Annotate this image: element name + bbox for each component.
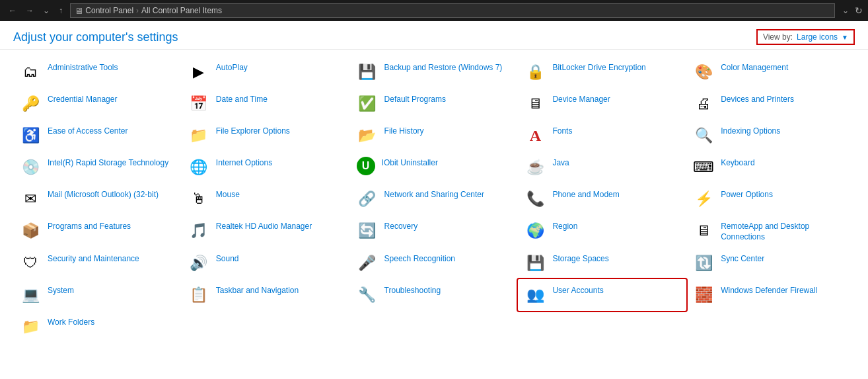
icon-administrative-tools: 🗂 — [20, 62, 41, 83]
view-by-value[interactable]: Large icons — [797, 32, 838, 42]
icon-keyboard: ⌨ — [693, 157, 714, 178]
item-security-maintenance[interactable]: 🛡Security and Maintenance — [13, 247, 182, 279]
label-windows-defender: Windows Defender Firewall — [721, 286, 817, 296]
item-devices-printers[interactable]: 🖨Devices and Printers — [686, 88, 855, 120]
item-credential-manager[interactable]: 🔑Credential Manager — [13, 88, 182, 120]
dropdown-history[interactable]: ⌄ — [839, 5, 852, 17]
icon-intel-rapid-storage: 💿 — [20, 157, 41, 178]
item-administrative-tools[interactable]: 🗂Administrative Tools — [13, 56, 182, 88]
item-intel-rapid-storage[interactable]: 💿Intel(R) Rapid Storage Technology — [13, 151, 182, 183]
refresh-button[interactable]: ↻ — [855, 5, 863, 16]
label-programs-features: Programs and Features — [48, 222, 131, 232]
icon-work-folders: 📁 — [20, 316, 41, 337]
item-storage-spaces[interactable]: 💾Storage Spaces — [518, 247, 686, 279]
view-by-arrow[interactable]: ▼ — [842, 34, 848, 41]
label-storage-spaces: Storage Spaces — [552, 254, 608, 265]
item-region[interactable]: 🌍Region — [518, 215, 686, 247]
back-button[interactable]: ← — [5, 5, 20, 17]
item-file-history[interactable]: 📂File History — [350, 120, 519, 151]
item-internet-options[interactable]: 🌐Internet Options — [182, 151, 350, 183]
label-autoplay: AutoPlay — [216, 63, 248, 73]
item-speech-recognition[interactable]: 🎤Speech Recognition — [350, 247, 519, 279]
up-button[interactable]: ↑ — [55, 5, 66, 17]
label-security-maintenance: Security and Maintenance — [48, 254, 139, 265]
item-keyboard[interactable]: ⌨Keyboard — [686, 151, 855, 183]
item-phone-modem[interactable]: 📞Phone and Modem — [518, 183, 686, 215]
dropdown-button[interactable]: ⌄ — [40, 5, 53, 17]
icon-windows-defender: 🧱 — [693, 284, 714, 306]
item-backup-restore[interactable]: 💾Backup and Restore (Windows 7) — [350, 56, 519, 88]
label-sync-center: Sync Center — [721, 254, 764, 265]
item-mouse[interactable]: 🖱Mouse — [182, 183, 350, 215]
item-realtek-audio[interactable]: 🎵Realtek HD Audio Manager — [182, 215, 350, 247]
item-taskbar-navigation[interactable]: 📋Taskbar and Navigation — [182, 279, 350, 311]
item-work-folders[interactable]: 📁Work Folders — [13, 311, 182, 343]
icon-default-programs: ✅ — [357, 93, 378, 114]
forward-button[interactable]: → — [22, 5, 37, 17]
breadcrumb-all-items: All Control Panel Items — [141, 6, 222, 15]
label-java: Java — [552, 158, 569, 169]
item-bitlocker[interactable]: 🔒BitLocker Drive Encryption — [518, 56, 686, 88]
icon-realtek-audio: 🎵 — [188, 220, 209, 241]
item-device-manager[interactable]: 🖥Device Manager — [518, 88, 686, 120]
icon-file-explorer-options: 📁 — [188, 125, 209, 146]
address-icon: 🖥 — [75, 6, 83, 16]
item-troubleshooting[interactable]: 🔧Troubleshooting — [350, 279, 519, 311]
item-iobit-uninstaller[interactable]: UIObit Uninstaller — [350, 151, 519, 183]
label-intel-rapid-storage: Intel(R) Rapid Storage Technology — [48, 158, 168, 169]
items-grid: 🗂Administrative Tools▶AutoPlay💾Backup an… — [0, 50, 868, 349]
item-default-programs[interactable]: ✅Default Programs — [350, 88, 519, 120]
label-troubleshooting: Troubleshooting — [384, 286, 441, 296]
icon-region: 🌍 — [524, 220, 546, 241]
icon-date-time: 📅 — [188, 93, 209, 114]
label-mouse: Mouse — [216, 190, 240, 200]
item-sync-center[interactable]: 🔃Sync Center — [686, 247, 855, 279]
page-title: Adjust your computer's settings — [13, 30, 178, 44]
item-recovery[interactable]: 🔄Recovery — [350, 215, 519, 247]
icon-color-management: 🎨 — [693, 62, 714, 83]
item-system[interactable]: 💻System — [13, 279, 182, 311]
address-bar[interactable]: 🖥 Control Panel › All Control Panel Item… — [70, 3, 835, 18]
item-java[interactable]: ☕Java — [518, 151, 686, 183]
item-remoteapp[interactable]: 🖥RemoteApp and Desktop Connections — [686, 215, 855, 247]
nav-buttons: ← → ⌄ ↑ — [5, 5, 66, 17]
item-file-explorer-options[interactable]: 📁File Explorer Options — [182, 120, 350, 151]
icon-system: 💻 — [20, 284, 41, 306]
label-internet-options: Internet Options — [216, 158, 272, 169]
icon-power-options: ⚡ — [693, 189, 714, 210]
item-ease-of-access[interactable]: ♿Ease of Access Center — [13, 120, 182, 151]
label-credential-manager: Credential Manager — [48, 95, 117, 105]
item-date-time[interactable]: 📅Date and Time — [182, 88, 350, 120]
item-fonts[interactable]: AFonts — [518, 120, 686, 151]
item-programs-features[interactable]: 📦Programs and Features — [13, 215, 182, 247]
label-power-options: Power Options — [721, 190, 773, 200]
icon-fonts: A — [524, 125, 546, 146]
page-header: Adjust your computer's settings View by:… — [0, 21, 868, 50]
item-sound[interactable]: 🔊Sound — [182, 247, 350, 279]
icon-network-sharing: 🔗 — [357, 189, 378, 210]
view-by-label: View by: — [763, 32, 793, 42]
title-bar: ← → ⌄ ↑ 🖥 Control Panel › All Control Pa… — [0, 0, 868, 21]
item-color-management[interactable]: 🎨Color Management — [686, 56, 855, 88]
icon-recovery: 🔄 — [357, 220, 378, 241]
label-administrative-tools: Administrative Tools — [48, 63, 118, 73]
label-user-accounts: User Accounts — [552, 286, 603, 296]
item-power-options[interactable]: ⚡Power Options — [686, 183, 855, 215]
icon-mouse: 🖱 — [188, 189, 209, 210]
item-indexing-options[interactable]: 🔍Indexing Options — [686, 120, 855, 151]
icon-device-manager: 🖥 — [524, 93, 546, 114]
label-fonts: Fonts — [552, 126, 572, 137]
item-autoplay[interactable]: ▶AutoPlay — [182, 56, 350, 88]
item-windows-defender[interactable]: 🧱Windows Defender Firewall — [686, 279, 855, 311]
item-mail[interactable]: ✉Mail (Microsoft Outlook) (32-bit) — [13, 183, 182, 215]
icon-troubleshooting: 🔧 — [357, 284, 378, 306]
label-color-management: Color Management — [721, 63, 788, 73]
icon-indexing-options: 🔍 — [693, 125, 714, 146]
label-indexing-options: Indexing Options — [721, 126, 780, 137]
item-network-sharing[interactable]: 🔗Network and Sharing Center — [350, 183, 519, 215]
view-by-control[interactable]: View by: Large icons ▼ — [756, 29, 855, 45]
label-region: Region — [552, 222, 577, 232]
item-user-accounts[interactable]: 👥User Accounts — [518, 279, 686, 311]
label-recovery: Recovery — [384, 222, 418, 232]
icon-iobit-uninstaller: U — [357, 157, 375, 175]
